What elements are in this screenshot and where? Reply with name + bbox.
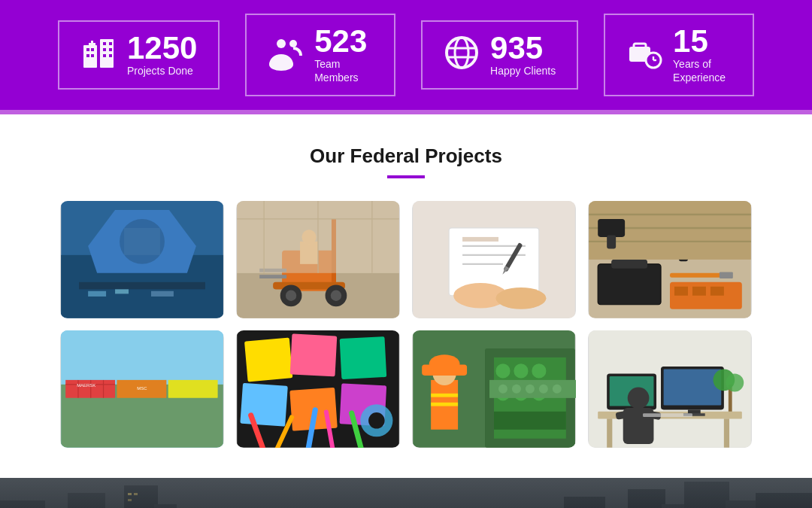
stat-experience-label: Years ofExperience (673, 57, 726, 84)
svg-rect-10 (103, 54, 106, 57)
svg-rect-9 (109, 48, 112, 51)
project-image-1[interactable] (60, 201, 224, 318)
project-image-8[interactable] (588, 330, 752, 448)
svg-rect-22 (634, 44, 646, 48)
globe-icon (444, 35, 480, 76)
svg-rect-69 (670, 273, 724, 278)
svg-rect-33 (115, 290, 129, 294)
projects-section: Our Federal Projects (0, 114, 812, 477)
project-image-5[interactable]: MAERSK MSC (60, 330, 224, 448)
svg-point-131 (553, 385, 562, 394)
svg-rect-119 (494, 412, 566, 430)
svg-rect-125 (431, 403, 458, 406)
svg-point-109 (368, 412, 385, 429)
svg-rect-32 (88, 291, 106, 297)
svg-rect-80 (607, 236, 616, 249)
projects-grid: MAERSK MSC (60, 201, 752, 447)
svg-rect-2 (86, 48, 89, 51)
svg-point-123 (429, 354, 460, 373)
svg-point-113 (495, 364, 510, 378)
stat-clients: 935 Happy Clients (421, 20, 578, 90)
svg-point-16 (269, 59, 293, 71)
stat-team-number: 523 (314, 26, 367, 57)
svg-point-128 (512, 385, 521, 394)
stat-team: 523 TeamMembers (245, 14, 395, 96)
svg-rect-31 (79, 282, 205, 290)
svg-rect-150 (643, 413, 692, 417)
title-underline (387, 175, 425, 178)
stat-projects-number: 1250 (127, 32, 197, 64)
svg-rect-124 (431, 394, 458, 397)
svg-rect-171 (0, 478, 812, 508)
svg-text:MAERSK: MAERSK (77, 384, 95, 388)
stat-experience: 15 Years ofExperience (604, 14, 754, 96)
stat-projects: 1250 Projects Done (58, 20, 220, 90)
svg-point-30 (120, 219, 165, 264)
svg-rect-137 (664, 370, 722, 406)
svg-rect-98 (290, 334, 338, 377)
svg-point-143 (628, 388, 650, 409)
project-image-2[interactable] (236, 201, 400, 318)
svg-rect-44 (259, 275, 286, 279)
stat-projects-label: Projects Done (127, 64, 197, 78)
stat-projects-text: 1250 Projects Done (127, 32, 197, 78)
stat-experience-text: 15 Years ofExperience (673, 26, 726, 84)
svg-rect-0 (83, 45, 97, 68)
svg-rect-79 (598, 219, 625, 237)
svg-point-42 (331, 291, 341, 301)
svg-rect-11 (109, 54, 112, 57)
project-image-4[interactable] (588, 201, 752, 318)
svg-rect-13 (89, 43, 95, 45)
svg-rect-135 (724, 418, 729, 447)
svg-point-149 (726, 374, 744, 392)
project-image-7[interactable] (412, 330, 576, 448)
svg-rect-74 (710, 287, 724, 296)
svg-point-14 (277, 39, 286, 48)
svg-point-17 (447, 38, 477, 68)
svg-point-127 (498, 385, 508, 394)
svg-point-18 (455, 38, 468, 68)
svg-rect-65 (611, 260, 647, 269)
stat-clients-text: 935 Happy Clients (490, 32, 556, 78)
svg-rect-64 (598, 264, 661, 305)
building-icon (80, 35, 117, 76)
stats-banner: 1250 Projects Done 523 TeamMembers (0, 0, 812, 110)
svg-rect-7 (109, 42, 112, 45)
svg-rect-95 (61, 330, 223, 380)
svg-rect-134 (607, 418, 612, 447)
svg-rect-34 (151, 291, 174, 297)
svg-point-15 (289, 40, 297, 47)
stat-team-label: TeamMembers (314, 57, 367, 84)
svg-point-130 (539, 385, 548, 394)
projects-title: Our Federal Projects (60, 144, 752, 168)
svg-rect-70 (720, 272, 733, 278)
svg-rect-58 (462, 237, 498, 242)
project-image-6[interactable] (236, 330, 400, 448)
svg-rect-4 (86, 54, 89, 57)
svg-point-115 (532, 364, 546, 378)
svg-rect-6 (103, 42, 106, 45)
svg-rect-5 (91, 54, 94, 57)
svg-point-129 (526, 385, 535, 394)
svg-point-40 (286, 291, 296, 301)
svg-point-114 (514, 364, 528, 378)
svg-rect-73 (692, 287, 706, 296)
svg-rect-72 (674, 287, 688, 296)
project-image-3[interactable] (412, 201, 576, 318)
stat-clients-label: Happy Clients (490, 64, 556, 78)
stat-clients-number: 935 (490, 32, 556, 64)
svg-rect-8 (103, 48, 106, 51)
team-icon (268, 35, 304, 76)
stat-experience-number: 15 (673, 26, 726, 57)
svg-rect-97 (244, 338, 292, 382)
svg-text:MSC: MSC (137, 386, 147, 391)
svg-rect-99 (340, 336, 387, 379)
feedback-section: Our Customer's feedback (0, 478, 812, 508)
svg-rect-100 (240, 383, 287, 427)
svg-rect-3 (91, 48, 94, 51)
svg-point-62 (495, 287, 546, 309)
stat-team-text: 523 TeamMembers (314, 26, 367, 84)
clock-icon (626, 35, 662, 76)
